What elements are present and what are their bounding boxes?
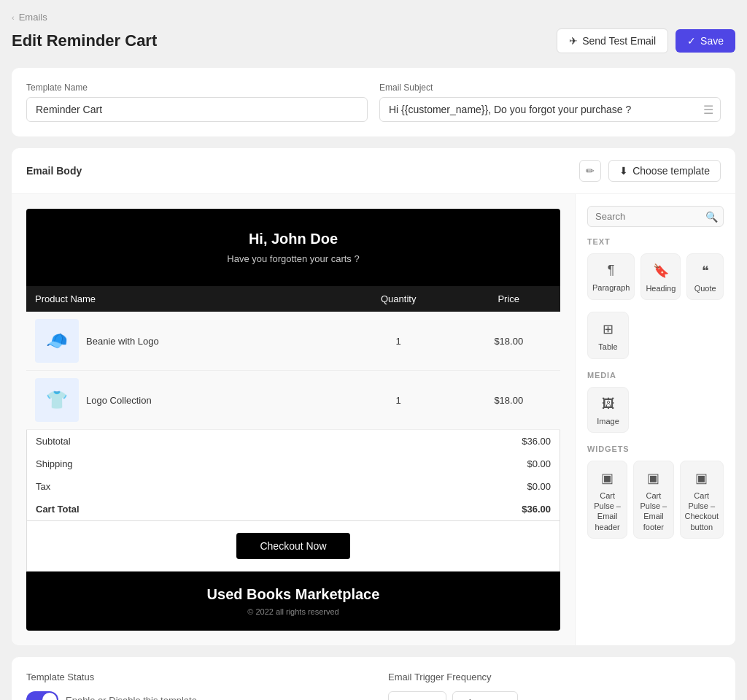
breadcrumb-arrow: ‹ — [12, 13, 15, 22]
paragraph-icon: ¶ — [608, 263, 615, 278]
template-name-input[interactable] — [26, 97, 368, 122]
trigger-number-input[interactable] — [388, 691, 446, 700]
image-label: Image — [597, 416, 619, 426]
widget-paragraph[interactable]: ¶ Paragraph — [587, 253, 635, 300]
email-subject-wrapper: ☰ — [379, 97, 721, 122]
media-section-label: MEDIA — [587, 371, 724, 380]
summary-row: Subtotal $36.00 — [27, 430, 560, 453]
save-button[interactable]: ✓ Save — [676, 29, 735, 53]
widget-image[interactable]: 🖼 Image — [587, 387, 629, 433]
table-row: 🧢 Beanie with Logo 1 $18.00 — [26, 312, 560, 371]
template-toggle[interactable] — [26, 691, 58, 700]
widget-quote[interactable]: ❝ Quote — [686, 253, 724, 300]
header-actions: ✈ Send Test Email ✓ Save — [557, 28, 735, 53]
cart-pulse-checkout-icon: ▣ — [695, 470, 708, 486]
send-icon: ✈ — [569, 35, 578, 47]
email-body-title: Email Body — [26, 165, 82, 177]
product-cell: 👕 Logo Collection — [26, 371, 340, 430]
choose-template-button[interactable]: ⬇ Choose template — [608, 160, 721, 182]
paragraph-label: Paragraph — [592, 282, 630, 293]
summary-value: $36.00 — [329, 498, 560, 521]
search-input[interactable] — [587, 206, 724, 227]
product-price: $18.00 — [457, 312, 560, 371]
email-trigger-label: Email Trigger Frequency — [388, 672, 721, 682]
text-section-label: TEXT — [587, 237, 724, 246]
widgets-section-label: WIDGETS — [587, 445, 724, 453]
edit-button[interactable]: ✏ — [579, 160, 601, 182]
cart-pulse-checkout-label: Cart Pulse – Checkout button — [685, 491, 719, 532]
email-subtext: Have you forgotten your carts ? — [41, 253, 546, 264]
product-quantity: 1 — [340, 371, 457, 430]
send-test-label: Send Test Email — [582, 35, 656, 47]
table-label: Table — [598, 342, 617, 352]
email-footer-block: Used Books Marketplace © 2022 all rights… — [26, 572, 560, 631]
save-label: Save — [700, 35, 724, 47]
footer-copy: © 2022 all rights reserved — [41, 607, 546, 616]
widget-heading[interactable]: 🔖 Heading — [640, 253, 681, 300]
widget-cart-pulse-footer[interactable]: ▣ Cart Pulse – Email footer — [633, 461, 673, 539]
product-table: Product Name Quantity Price 🧢 Beanie wit… — [26, 286, 560, 430]
text-widget-grid: ¶ Paragraph 🔖 Heading ❝ Quote — [587, 253, 724, 300]
product-name: Logo Collection — [86, 395, 152, 406]
media-widget-grid: 🖼 Image — [587, 387, 724, 433]
checkout-now-button[interactable]: Checkout Now — [236, 533, 349, 559]
col-price: Price — [457, 286, 560, 312]
summary-label: Tax — [27, 475, 330, 498]
heading-label: Heading — [646, 283, 676, 293]
product-thumb: 👕 — [35, 378, 79, 422]
cart-pulse-header-icon: ▣ — [601, 470, 614, 486]
toggle-desc: Enable or Disable this template — [66, 695, 197, 701]
widgets-widget-grid: ▣ Cart Pulse – Email header ▣ Cart Pulse… — [587, 461, 724, 539]
bottom-row: Template Status Enable or Disable this t… — [26, 672, 721, 700]
heading-icon: 🔖 — [653, 263, 669, 279]
widget-cart-pulse-header[interactable]: ▣ Cart Pulse – Email header — [587, 461, 627, 539]
widget-cart-pulse-checkout[interactable]: ▣ Cart Pulse – Checkout button — [680, 461, 724, 539]
summary-row: Shipping $0.00 — [27, 453, 560, 475]
email-subject-input[interactable] — [379, 97, 721, 122]
breadcrumb-parent[interactable]: Emails — [19, 12, 47, 23]
sidebar-text-section: TEXT ¶ Paragraph 🔖 Heading ❝ Quote — [587, 237, 724, 359]
cart-pulse-footer-label: Cart Pulse – Email footer — [638, 491, 668, 532]
template-status-section: Template Status Enable or Disable this t… — [26, 672, 359, 700]
footer-title: Used Books Marketplace — [41, 586, 546, 603]
summary-label: Shipping — [27, 453, 330, 475]
email-greeting: Hi, John Doe — [41, 231, 546, 247]
email-trigger-section: Email Trigger Frequency Minute ▾ — [388, 672, 721, 700]
search-icon: 🔍 — [705, 211, 718, 223]
col-quantity: Quantity — [340, 286, 457, 312]
table-icon: ⊞ — [603, 321, 614, 337]
trigger-unit-select[interactable]: Minute ▾ — [452, 691, 518, 700]
email-sidebar: 🔍 TEXT ¶ Paragraph 🔖 Heading — [575, 194, 735, 645]
summary-row: Tax $0.00 — [27, 475, 560, 498]
quote-label: Quote — [694, 283, 716, 293]
summary-row: Cart Total $36.00 — [27, 498, 560, 521]
email-body-section: Email Body ✏ ⬇ Choose template Hi, John … — [12, 148, 735, 645]
summary-value: $36.00 — [329, 430, 560, 453]
send-test-email-button[interactable]: ✈ Send Test Email — [557, 28, 668, 53]
email-subject-group: Email Subject ☰ — [379, 82, 721, 122]
product-price: $18.00 — [457, 371, 560, 430]
bottom-settings-card: Template Status Enable or Disable this t… — [12, 657, 735, 700]
widget-table[interactable]: ⊞ Table — [587, 312, 629, 358]
cart-pulse-header-label: Cart Pulse – Email header — [592, 491, 622, 532]
page-header: Edit Reminder Cart ✈ Send Test Email ✓ S… — [12, 28, 735, 53]
page-title: Edit Reminder Cart — [12, 31, 157, 50]
table-widget-grid: ⊞ Table — [587, 312, 724, 358]
summary-value: $0.00 — [329, 453, 560, 475]
download-icon: ⬇ — [619, 165, 628, 177]
product-thumb: 🧢 — [35, 319, 79, 363]
save-check-icon: ✓ — [687, 35, 696, 47]
email-subject-label: Email Subject — [379, 82, 721, 93]
email-body-content: Hi, John Doe Have you forgotten your car… — [12, 194, 735, 645]
sidebar-search: 🔍 — [587, 206, 724, 227]
sidebar-media-section: MEDIA 🖼 Image — [587, 371, 724, 433]
product-cell: 🧢 Beanie with Logo — [26, 312, 340, 371]
form-row: Template Name Email Subject ☰ — [26, 82, 721, 122]
summary-label: Cart Total — [27, 498, 330, 521]
email-body-actions: ✏ ⬇ Choose template — [579, 160, 721, 182]
email-header-block: Hi, John Doe Have you forgotten your car… — [26, 209, 560, 286]
col-product-name: Product Name — [26, 286, 340, 312]
email-preview: Hi, John Doe Have you forgotten your car… — [12, 194, 575, 645]
toggle-knob — [42, 693, 57, 700]
summary-label: Subtotal — [27, 430, 330, 453]
